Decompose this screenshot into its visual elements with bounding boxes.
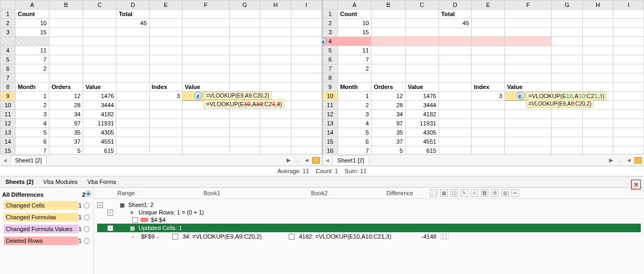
tree-detail-row[interactable]: ▫ $F$9 - 34: =VLOOKUP(E9,A9:C20,2) 4182:…: [97, 232, 641, 241]
close-button[interactable]: ✕: [631, 180, 641, 189]
bold-icon[interactable]: B: [481, 189, 488, 197]
col-E[interactable]: E: [149, 1, 182, 10]
tree-node-updated[interactable]: − ▦ Updated Cells: 1: [97, 224, 641, 232]
col-F[interactable]: F: [182, 1, 229, 10]
col-B[interactable]: B: [49, 1, 83, 10]
sidebar-title: All Differences: [2, 191, 43, 198]
cell-icon: ▫: [129, 233, 137, 240]
scroll-left-icon[interactable]: ◄: [303, 157, 311, 163]
nav-prev-icon[interactable]: ◄: [2, 157, 8, 164]
rows-icon: ≡: [128, 209, 136, 216]
sheet-tab[interactable]: Sheet1 [2]: [332, 155, 369, 165]
filter-changed-cells[interactable]: Changed Cells: [4, 201, 78, 210]
filter-changed-formulas[interactable]: Changed Formulas: [4, 213, 78, 221]
formula-tooltip-4: =VLOOKUP(E9,A9:C20,2): [526, 100, 594, 108]
tree-node-row[interactable]: $4:$4: [97, 216, 641, 224]
col-C[interactable]: C: [83, 1, 116, 10]
tab-sheets[interactable]: Sheets (2): [5, 179, 34, 185]
nav-next-icon[interactable]: ▶: [285, 157, 292, 163]
diff-sidebar: All Differences 2 Changed Cells1 Changed…: [0, 188, 94, 274]
formula-tooltip-1: =VLOOKUP(E9,A9:C20,2): [204, 92, 272, 100]
tool-icon[interactable]: ⬚: [430, 189, 437, 197]
tree-node-sheet[interactable]: − ▦ Sheet1: 2: [97, 201, 641, 209]
tab-vba-modules[interactable]: Vba Modules: [43, 179, 78, 185]
hscroll-thumb[interactable]: [634, 157, 642, 164]
nav-prev-icon[interactable]: ◄: [325, 157, 331, 164]
col-range: Range: [94, 190, 158, 196]
col-book1: Book1: [158, 190, 266, 196]
formula-tooltip-3: =VLOOKUP(E10,A10:C21,3): [526, 92, 607, 100]
checkbox[interactable]: [132, 217, 138, 223]
sheet-tab[interactable]: Sheet1 [2]: [10, 155, 47, 165]
diff-panel-tabs: Sheets (2) Vba Modules Vba Forms: [0, 176, 644, 188]
status-bar: Average: 11 Count: 1 Sum: 11: [0, 166, 644, 176]
tool-icon[interactable]: ✎: [460, 189, 468, 197]
trace-badge-icon[interactable]: ◐: [194, 92, 202, 100]
sheet-icon: ▦: [118, 202, 126, 208]
checkbox[interactable]: [289, 234, 295, 240]
col-D[interactable]: D: [116, 1, 149, 10]
col-I[interactable]: I: [291, 1, 321, 10]
left-pane: A B C D E F G H I 1CountTotal 21045 315 …: [0, 0, 323, 166]
tool-icon[interactable]: A: [471, 189, 478, 197]
collapse-icon[interactable]: −: [107, 225, 113, 231]
nav-next-icon[interactable]: ▶: [608, 157, 615, 163]
right-sheet-tabs: ◄ Sheet1 [2] ▶ ... ◄: [323, 154, 645, 166]
tag-icon[interactable]: ⬚: [441, 233, 449, 240]
diff-panel: ✕ Sheets (2) Vba Modules Vba Forms All D…: [0, 176, 644, 274]
filter-deleted-rows[interactable]: Deleted Rows: [4, 236, 78, 245]
filter-radio[interactable]: [84, 238, 90, 244]
col-book2: Book2: [266, 190, 373, 196]
tool-icon[interactable]: ▥: [501, 189, 509, 197]
right-pane: ABCDEFGHI 1CountTotal 21045 315 4 511 67…: [323, 0, 645, 166]
tool-icon[interactable]: ▦: [440, 189, 448, 197]
col-G[interactable]: G: [229, 1, 260, 10]
checkbox[interactable]: [172, 234, 178, 240]
tool-icon[interactable]: ◫: [450, 189, 458, 197]
col-H[interactable]: H: [260, 1, 291, 10]
filter-radio[interactable]: [84, 226, 90, 232]
filter-radio-all[interactable]: [85, 191, 91, 197]
collapse-icon[interactable]: −: [97, 202, 103, 208]
tool-icon[interactable]: ⚙: [491, 189, 499, 197]
link-icon[interactable]: ∞: [511, 189, 519, 197]
filter-changed-formula-values[interactable]: Changed Formula Values: [4, 225, 78, 233]
left-grid[interactable]: A B C D E F G H I 1CountTotal 21045 315 …: [0, 0, 322, 154]
diff-toolbar: ⬚▦◫✎AB⚙▥∞: [430, 189, 519, 197]
collapse-icon[interactable]: −: [107, 210, 113, 216]
col-A[interactable]: A: [16, 1, 49, 10]
tree-node-unique[interactable]: − ≡ Unique Rows: 1 = (0 + 1): [97, 209, 641, 216]
right-grid[interactable]: ABCDEFGHI 1CountTotal 21045 315 4 511 67…: [323, 0, 645, 154]
tab-vba-forms[interactable]: Vba Forms: [87, 179, 116, 185]
hscroll-thumb[interactable]: [312, 157, 320, 164]
formula-tooltip-2: =VLOOKUP(E10,A10:C21,3): [204, 100, 284, 108]
trace-badge-icon[interactable]: ◐: [517, 92, 525, 100]
diff-tree: − ▦ Sheet1: 2 − ≡ Unique Rows: 1 = (0 + …: [94, 199, 644, 243]
filter-radio[interactable]: [84, 214, 90, 220]
left-sheet-tabs: ◄ Sheet1 [2] ▶ ... ◄: [0, 154, 322, 166]
scroll-left-icon[interactable]: ◄: [625, 157, 633, 163]
col-difference: Difference: [373, 190, 427, 196]
updated-icon: ▦: [128, 225, 136, 231]
diff-results-header: Range Book1 Book2 Difference ⬚▦◫✎AB⚙▥∞: [94, 188, 644, 199]
deleted-row-icon: [141, 218, 148, 222]
filter-radio[interactable]: [84, 203, 90, 209]
